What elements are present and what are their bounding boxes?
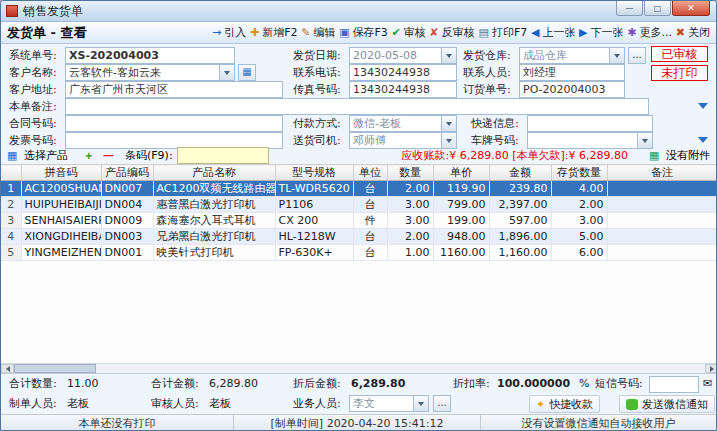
prev-button[interactable]: ◀上一张 (531, 25, 575, 40)
scroll-left-button[interactable] (1, 364, 14, 373)
table-row[interactable]: 1AC1200SHUANDN007AC1200双频无线路由器TL-WDR5620… (1, 181, 717, 197)
product-grid: 拼音码产品编码产品名称型号规格单位数量单价金额存货数量备注 1AC1200SHU… (1, 164, 717, 363)
col-header-model[interactable]: 型号规格 (275, 165, 353, 181)
add-row-button[interactable]: ＋ (83, 147, 94, 164)
receivable-summary: 应收账款:¥ 6,289.80 [本单欠款]:¥ 6,289.80 (402, 147, 628, 164)
table-row[interactable]: 5YINGMEIZHENSDN001映美针式打印机FP-630K+台1.0011… (1, 245, 717, 261)
phone-field[interactable]: 13430244938 (349, 64, 457, 81)
edit-button[interactable]: ✎编辑 (301, 25, 335, 40)
import-button[interactable]: →引入 (212, 25, 246, 40)
table-row[interactable]: 2HUIPUHEIBAIJIDN004惠普黑白激光打印机P1106台3.0079… (1, 197, 717, 213)
salesperson-dropdown-button[interactable] (413, 396, 428, 411)
select-products-button[interactable]: ▦ 选择产品 (7, 147, 68, 164)
horizontal-scrollbar[interactable] (1, 363, 717, 373)
col-header-price[interactable]: 单价 (433, 165, 489, 181)
barcode-input[interactable] (177, 147, 269, 164)
toolbar-button-label: 更多... (640, 25, 673, 40)
col-header-name[interactable]: 产品名称 (153, 165, 275, 181)
scroll-right-button[interactable] (705, 364, 717, 373)
toolbar-button-label: 打印F7 (492, 25, 527, 40)
salesperson-browse-button[interactable]: ... (433, 395, 451, 412)
not-printed-badge: 未打印 (651, 65, 708, 81)
contact-field[interactable]: 刘经理 (519, 64, 625, 81)
express-input[interactable] (527, 115, 653, 132)
order-no-field[interactable]: PO-202004003 (519, 81, 625, 98)
section-collapse-arrow-icon[interactable] (698, 103, 708, 109)
quick-payment-button[interactable]: ✦ 快捷收款 (529, 395, 600, 413)
customer-detail-button[interactable]: ▦ (238, 64, 256, 81)
cell-model: CX 200 (275, 213, 353, 229)
cell-amount: 2,397.00 (489, 197, 551, 213)
salesperson-select[interactable]: 李文 (349, 395, 429, 412)
warehouse-dropdown-button[interactable] (609, 48, 624, 63)
cell-name: 兄弟黑白激光打印机 (153, 229, 275, 245)
table-row[interactable]: 3SENHAISAIERRDN009森海塞尔入耳式耳机CX 200件3.0019… (1, 213, 717, 229)
sales-delivery-window: 销售发货单 — □ ✕ 发货单 - 查看 →引入✚新增F2✎编辑▣保存F3✔审核… (0, 0, 717, 431)
audit-button[interactable]: ✔审核 (392, 25, 426, 40)
title-bar[interactable]: 销售发货单 (1, 1, 716, 22)
payment-dropdown-button[interactable] (441, 116, 456, 131)
driver-dropdown-button[interactable] (441, 133, 456, 148)
col-header-remark[interactable]: 备注 (607, 165, 717, 181)
cell-code: DN009 (101, 213, 153, 229)
plate-dropdown-button[interactable] (637, 133, 652, 148)
window-controls: — □ ✕ (615, 1, 710, 16)
col-header-amount[interactable]: 金额 (489, 165, 551, 181)
sms-icon[interactable]: ✉ (703, 374, 712, 394)
section-collapse-arrow-icon[interactable] (698, 137, 708, 143)
address-field[interactable]: 广东省广州市天河区 (65, 81, 283, 98)
col-header-stock[interactable]: 存货数量 (551, 165, 607, 181)
col-header-unit[interactable]: 单位 (353, 165, 387, 181)
fax-label: 传真号码: (293, 81, 341, 97)
customer-dropdown-button[interactable] (219, 65, 234, 80)
print-button[interactable]: ▤打印F7 (478, 25, 527, 40)
ship-date-dropdown-button[interactable] (441, 48, 456, 63)
payment-value: 微信-老板 (350, 116, 441, 131)
table-row[interactable]: 4XIONGDIHEIBADN003兄弟黑白激光打印机HL-1218W台2.00… (1, 229, 717, 245)
cell-name: 惠普黑白激光打印机 (153, 197, 275, 213)
cell-amount: 239.80 (489, 181, 551, 197)
cell-remark (607, 181, 717, 197)
col-header-num[interactable] (1, 165, 21, 181)
salesperson-value: 李文 (350, 396, 413, 411)
scrollbar-track[interactable] (96, 364, 705, 373)
wechat-notify-button[interactable]: 发送微信通知 (619, 395, 715, 413)
plate-value (528, 133, 637, 148)
cell-unit: 台 (353, 181, 387, 197)
col-header-pinyin[interactable]: 拼音码 (21, 165, 101, 181)
customer-select[interactable]: 云客软件-客如云来 (65, 64, 235, 81)
col-header-qty[interactable]: 数量 (387, 165, 433, 181)
attachment-button[interactable]: ▦ 没有附件 (649, 147, 710, 164)
minimize-button[interactable]: — (616, 1, 643, 16)
new-button[interactable]: ✚新增F2 (250, 25, 298, 40)
remark-input[interactable] (65, 98, 649, 115)
scrollbar-thumb[interactable] (14, 364, 96, 373)
next-button[interactable]: ▶下一张 (579, 25, 623, 40)
sms-number-input[interactable] (649, 376, 699, 393)
toolbar-button-label: 新增F2 (262, 25, 297, 40)
save-button[interactable]: ▣保存F3 (339, 25, 388, 40)
cell-num: 3 (1, 213, 21, 229)
contract-input[interactable] (65, 115, 283, 132)
col-header-code[interactable]: 产品编码 (101, 165, 153, 181)
discounted-value: 6,289.80 (351, 374, 405, 394)
close-button[interactable]: ✖关闭 (676, 25, 710, 40)
warehouse-select[interactable]: 成品仓库 (519, 47, 625, 64)
discount-rate-value[interactable]: 100.000000 (497, 374, 570, 394)
print-icon: ▤ (478, 27, 488, 38)
unaudit-button[interactable]: ✘反审核 (430, 25, 475, 40)
chevron-down-icon (642, 139, 648, 143)
cell-remark (607, 197, 717, 213)
salesperson-label: 业务人员: (293, 394, 341, 414)
remove-row-button[interactable]: — (103, 147, 114, 164)
system-no-field[interactable]: XS-202004003 (65, 47, 235, 64)
fax-field[interactable]: 13430244938 (349, 81, 457, 98)
ship-date-select[interactable]: 2020-05-08 (349, 47, 457, 64)
cell-stock: 3.00 (551, 213, 607, 229)
maximize-button[interactable]: □ (644, 1, 671, 16)
payment-select[interactable]: 微信-老板 (349, 115, 457, 132)
more-button[interactable]: ✱更多... (627, 25, 672, 40)
warehouse-browse-button[interactable]: ... (628, 47, 646, 64)
chevron-down-icon (224, 71, 230, 75)
close-window-button[interactable]: ✕ (672, 1, 710, 16)
